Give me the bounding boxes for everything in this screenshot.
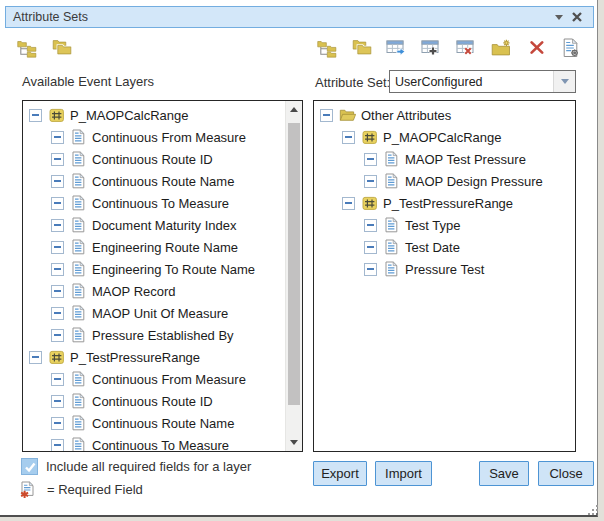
tree-item[interactable]: P_MAOPCalcRange	[23, 104, 285, 126]
tree-item-label: Continuous From Measure	[92, 130, 246, 145]
include-required-row: Include all required fields for a layer	[21, 458, 251, 475]
field-icon	[70, 305, 87, 322]
attribute-sets-dialog: Attribute Sets	[0, 0, 598, 517]
save-button[interactable]: Save	[479, 461, 529, 486]
delete-x-icon	[529, 40, 545, 55]
dropdown-button[interactable]	[553, 71, 575, 92]
tree-item-label: MAOP Design Pressure	[405, 174, 543, 189]
close-button[interactable]	[568, 8, 586, 26]
event-layer-icon	[48, 107, 65, 124]
tree-item[interactable]: P_TestPressureRange	[314, 192, 575, 214]
attribute-set-report-button[interactable]	[561, 37, 582, 58]
tree-item-label: Continuous Route Name	[92, 416, 234, 431]
collapse-toggle[interactable]	[51, 373, 64, 386]
tree-item-label: Continuous To Measure	[92, 196, 229, 211]
minus-icon	[54, 224, 61, 226]
attribute-set-dropdown[interactable]: UserConfigured	[389, 70, 576, 93]
add-attribute-set-button[interactable]	[421, 37, 442, 58]
collapse-toggle[interactable]	[29, 109, 42, 122]
new-folder-icon	[491, 39, 512, 57]
tree-item[interactable]: Continuous Route Name	[23, 170, 285, 192]
tree-item[interactable]: Test Date	[314, 236, 575, 258]
collapse-toggle[interactable]	[342, 197, 355, 210]
collapse-toggle[interactable]	[342, 131, 355, 144]
collapse-toggle[interactable]	[364, 153, 377, 166]
new-attribute-set-button[interactable]	[491, 37, 512, 58]
tree-item-label: P_TestPressureRange	[383, 196, 513, 211]
collapse-toggle[interactable]	[51, 131, 64, 144]
tree-item[interactable]: Continuous Route ID	[23, 148, 285, 170]
tree-item-label: Continuous To Measure	[92, 438, 229, 453]
collapse-toggle[interactable]	[51, 219, 64, 232]
tree-item-label: Continuous Route ID	[92, 152, 213, 167]
available-layers-panel: P_MAOPCalcRange Continuous From Measure …	[22, 100, 303, 452]
collapse-toggle[interactable]	[51, 263, 64, 276]
triangle-down-icon	[290, 440, 298, 445]
tree-item-label: Continuous From Measure	[92, 372, 246, 387]
field-icon	[70, 283, 87, 300]
event-layer-icon	[48, 349, 65, 366]
tree-item[interactable]: MAOP Design Pressure	[314, 170, 575, 192]
collapse-toggle[interactable]	[364, 219, 377, 232]
tree-item[interactable]: Engineering To Route Name	[23, 258, 285, 280]
tree-item[interactable]: P_MAOPCalcRange	[314, 126, 575, 148]
collapse-toggle[interactable]	[364, 263, 377, 276]
scroll-down-button[interactable]	[286, 434, 302, 451]
dialog-menu-button[interactable]	[550, 8, 568, 26]
scroll-up-button[interactable]	[286, 101, 302, 118]
resize-grip[interactable]	[588, 503, 600, 515]
open-folder-icon	[339, 107, 356, 124]
tree-item[interactable]: Continuous To Measure	[23, 192, 285, 214]
collapse-toggle[interactable]	[51, 197, 64, 210]
collapse-toggle[interactable]	[51, 395, 64, 408]
stacked-folders-icon	[352, 39, 372, 56]
collapse-toggle[interactable]	[364, 175, 377, 188]
scrollbar-thumb[interactable]	[288, 123, 300, 405]
collapse-toggle[interactable]	[29, 351, 42, 364]
tree-item[interactable]: Pressure Established By	[23, 324, 285, 346]
collapse-toggle[interactable]	[51, 417, 64, 430]
tree-item[interactable]: Continuous To Measure	[23, 434, 285, 452]
tree-item[interactable]: Continuous Route ID	[23, 390, 285, 412]
required-field-icon	[19, 481, 36, 498]
include-required-checkbox[interactable]	[21, 458, 38, 475]
collapse-toggle[interactable]	[51, 329, 64, 342]
minus-icon	[32, 356, 39, 358]
collapse-toggle[interactable]	[364, 241, 377, 254]
generate-attribute-set-button[interactable]	[386, 37, 407, 58]
tree-item[interactable]: Engineering Route Name	[23, 236, 285, 258]
remove-attribute-set-button[interactable]	[456, 37, 477, 58]
collapse-toggle[interactable]	[51, 439, 64, 452]
expand-all-button[interactable]	[316, 37, 337, 58]
tree-item[interactable]: Other Attributes	[314, 104, 575, 126]
collapse-toggle[interactable]	[51, 285, 64, 298]
tree-item[interactable]: MAOP Test Pressure	[314, 148, 575, 170]
tree-item[interactable]: MAOP Unit Of Measure	[23, 302, 285, 324]
import-button[interactable]: Import	[375, 461, 432, 486]
collapse-all-button[interactable]	[351, 37, 372, 58]
close-dialog-button[interactable]: Close	[538, 461, 594, 486]
minus-icon	[54, 312, 61, 314]
collapse-toggle[interactable]	[51, 153, 64, 166]
tree-item[interactable]: Continuous Route Name	[23, 412, 285, 434]
expand-all-layers-button[interactable]	[16, 37, 37, 58]
collapse-toggle[interactable]	[51, 307, 64, 320]
minus-icon	[54, 158, 61, 160]
collapse-toggle[interactable]	[51, 175, 64, 188]
checkmark-icon	[23, 460, 37, 474]
delete-attribute-set-button[interactable]	[526, 37, 547, 58]
tree-item[interactable]: Test Type	[314, 214, 575, 236]
tree-item[interactable]: Pressure Test	[314, 258, 575, 280]
collapse-toggle[interactable]	[51, 241, 64, 254]
vertical-scrollbar[interactable]	[285, 101, 302, 451]
tree-item[interactable]: MAOP Record	[23, 280, 285, 302]
dialog-titlebar[interactable]: Attribute Sets	[5, 6, 594, 28]
collapse-all-layers-button[interactable]	[51, 37, 72, 58]
export-button[interactable]: Export	[313, 461, 367, 486]
tree-item[interactable]: P_TestPressureRange	[23, 346, 285, 368]
tree-item[interactable]: Continuous From Measure	[23, 368, 285, 390]
collapse-toggle[interactable]	[320, 109, 333, 122]
tree-item[interactable]: Continuous From Measure	[23, 126, 285, 148]
field-icon	[383, 151, 400, 168]
tree-item[interactable]: Document Maturity Index	[23, 214, 285, 236]
